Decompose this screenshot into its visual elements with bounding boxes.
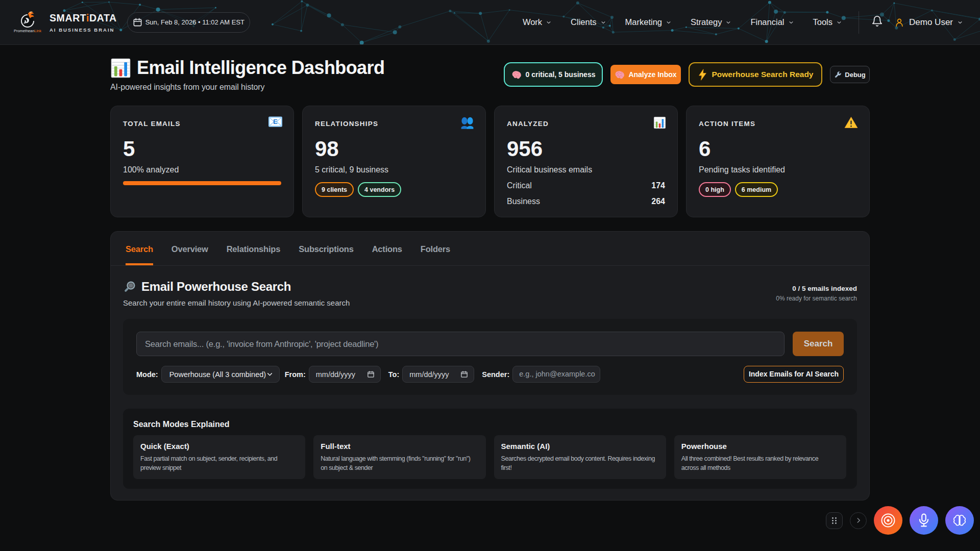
svg-text:E: E — [273, 118, 278, 126]
svg-text:PrometheanLink: PrometheanLink — [14, 29, 41, 33]
